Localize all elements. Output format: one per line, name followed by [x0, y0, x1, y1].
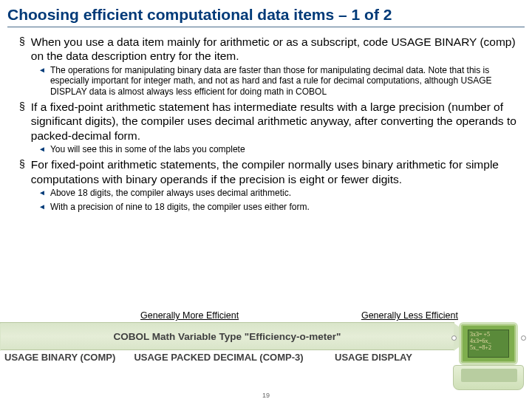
meter-bar: COBOL Math Variable Type "Efficiency-o-m…: [0, 322, 454, 350]
meter-category-binary: USAGE BINARY (COMP): [4, 352, 134, 363]
meter-category-packed: USAGE PACKED DECIMAL (COMP-3): [134, 352, 304, 363]
bullet-text: For fixed-point arithmetic statements, t…: [31, 157, 522, 186]
slide-title: Choosing efficient computational data it…: [0, 0, 532, 25]
sub-bullet-text: Above 18 digits, the compiler always use…: [50, 188, 291, 198]
title-underline: [7, 27, 525, 27]
bullet-item: § When you use a data item mainly for ar…: [19, 35, 522, 64]
arrow-bullet-icon: ◄: [38, 188, 46, 197]
arrow-bullet-icon: ◄: [38, 66, 46, 75]
bullet-text: If a fixed-point arithmetic statement ha…: [31, 100, 522, 143]
content-area: § When you use a data item mainly for ar…: [0, 35, 532, 212]
laptop-eye-icon: [451, 335, 457, 341]
sub-bullet-text: You will see this in some of the labs yo…: [50, 144, 245, 154]
sub-bullet-text: With a precision of nine to 18 digits, t…: [50, 202, 310, 212]
sub-bullet-text: The operations for manipulating binary d…: [50, 65, 522, 97]
laptop-screen-content: 3x3= +5 4x3=6x_ 5x_=8+2: [468, 330, 509, 358]
meter-right-label: Generally Less Efficient: [361, 310, 458, 321]
square-bullet-icon: §: [19, 35, 25, 50]
square-bullet-icon: §: [19, 157, 25, 172]
bullet-text: When you use a data item mainly for arit…: [31, 35, 522, 64]
meter-left-label: Generally More Efficient: [140, 310, 239, 321]
arrow-bullet-icon: ◄: [38, 145, 46, 154]
laptop-mascot-icon: 3x3= +5 4x3=6x_ 5x_=8+2: [450, 322, 528, 390]
arrow-left-icon: [0, 323, 1, 351]
sub-bullet-item: ◄ You will see this in some of the labs …: [38, 144, 522, 154]
sub-bullet-item: ◄ Above 18 digits, the compiler always u…: [38, 188, 522, 198]
meter-title: COBOL Math Variable Type "Efficiency-o-m…: [114, 331, 341, 342]
sub-bullet-item: ◄ The operations for manipulating binary…: [38, 65, 522, 97]
sub-bullet-item: ◄ With a precision of nine to 18 digits,…: [38, 202, 522, 212]
arrow-bullet-icon: ◄: [38, 202, 46, 211]
page-number: 19: [0, 392, 532, 399]
bullet-item: § For fixed-point arithmetic statements,…: [19, 157, 522, 186]
meter-category-display: USAGE DISPLAY: [304, 352, 443, 363]
laptop-eye-icon: [521, 335, 526, 341]
square-bullet-icon: §: [19, 100, 25, 115]
bullet-item: § If a fixed-point arithmetic statement …: [19, 100, 522, 143]
